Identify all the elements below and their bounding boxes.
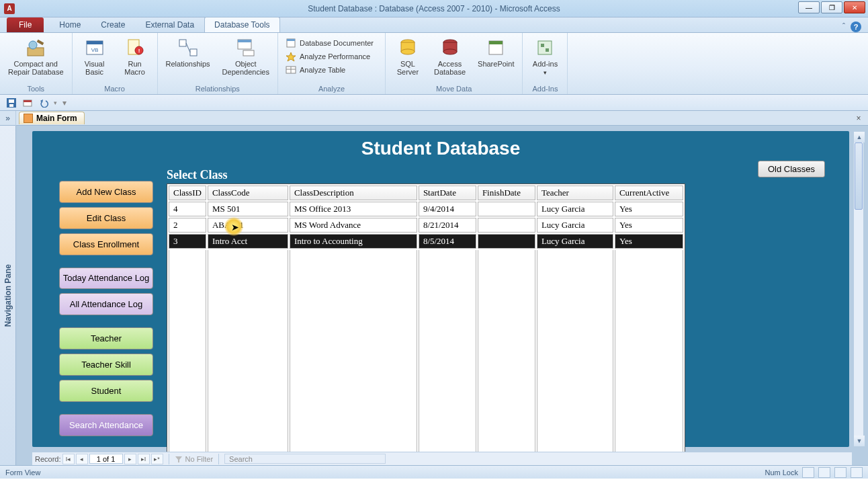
- main-form: Student Database Select Class Old Classe…: [32, 131, 849, 447]
- addins-button[interactable]: Add-ins▾: [528, 36, 562, 78]
- tab-database-tools[interactable]: Database Tools: [204, 17, 280, 32]
- record-position-input[interactable]: [89, 454, 123, 464]
- form-icon: [24, 114, 33, 123]
- old-classes-button[interactable]: Old Classes: [758, 161, 825, 177]
- sharepoint-button[interactable]: SharePoint: [475, 36, 517, 69]
- tab-external-data[interactable]: External Data: [135, 17, 204, 32]
- svg-rect-9: [179, 40, 186, 46]
- filter-indicator[interactable]: No Filter: [175, 455, 214, 463]
- form-title: Student Database: [32, 131, 849, 159]
- object-dependencies-icon: [235, 37, 257, 58]
- table-empty-area: [169, 250, 683, 465]
- quick-access-toolbar: ▾ ▾: [0, 95, 868, 111]
- svg-rect-16: [287, 39, 295, 41]
- ribbon-tabs: File Home Create External Data Database …: [0, 17, 868, 33]
- scroll-down-icon[interactable]: ▼: [854, 436, 865, 446]
- record-search-input[interactable]: Search: [224, 454, 386, 464]
- save-icon[interactable]: [5, 97, 17, 109]
- group-move-data: SQL Server Access Database SharePoint Mo…: [386, 33, 523, 94]
- window-title: Student Database : Database (Access 2007…: [0, 4, 868, 13]
- database-documenter-button[interactable]: Database Documenter: [284, 37, 376, 49]
- svg-point-23: [401, 49, 415, 54]
- group-relationships: Relationships Object Dependencies Relati…: [158, 33, 278, 94]
- group-tools-label: Tools: [27, 85, 44, 93]
- edit-class-button[interactable]: Edit Class: [59, 207, 153, 229]
- table-row[interactable]: 3Intro AcctIntro to Accounting8/5/2014Lu…: [169, 234, 683, 249]
- table-row[interactable]: 4MS 501MS Office 20139/4/2014Lucy Garcia…: [169, 202, 683, 216]
- form-view-button[interactable]: [802, 467, 814, 478]
- minimize-button[interactable]: —: [798, 1, 820, 13]
- group-tools: Compact and Repair Database Tools: [0, 33, 73, 94]
- analyze-table-button[interactable]: Analyze Table: [284, 64, 376, 76]
- document-tab-bar: » Main Form ×: [0, 111, 868, 126]
- maximize-button[interactable]: ❐: [821, 1, 842, 13]
- close-button[interactable]: ✕: [844, 1, 865, 13]
- sql-server-button[interactable]: SQL Server: [391, 36, 425, 77]
- column-header[interactable]: ClassID: [169, 186, 206, 200]
- vertical-scrollbar[interactable]: ▲ ▼: [853, 131, 864, 447]
- analyze-performance-button[interactable]: Analyze Performance: [284, 50, 376, 63]
- doc-tab-main-form[interactable]: Main Form: [19, 112, 85, 124]
- tab-create[interactable]: Create: [91, 17, 135, 32]
- access-db-icon: [439, 37, 461, 58]
- datasheet-view-button[interactable]: [818, 467, 830, 478]
- nav-last-icon[interactable]: ▸I: [138, 454, 150, 464]
- teacher-skill-button[interactable]: Teacher Skill: [59, 354, 153, 376]
- visual-basic-button[interactable]: VB Visual Basic: [78, 36, 112, 77]
- nav-first-icon[interactable]: I◂: [62, 454, 75, 464]
- teacher-button[interactable]: Teacher: [59, 327, 153, 350]
- svg-rect-13: [238, 40, 251, 42]
- design-view-button[interactable]: [851, 467, 863, 478]
- analyze-table-icon: [286, 65, 296, 75]
- relationships-button[interactable]: Relationships: [163, 36, 213, 69]
- all-attendance-button[interactable]: All Attendance Log: [59, 293, 153, 315]
- addins-icon: [534, 37, 556, 58]
- column-header[interactable]: ClassDescription: [290, 186, 417, 200]
- layout-view-button[interactable]: [834, 467, 847, 478]
- table-row[interactable]: 2ABA201MS Word Advance8/21/2014Lucy Garc…: [169, 218, 683, 233]
- nav-new-icon[interactable]: ▸*: [151, 454, 163, 464]
- object-icon[interactable]: [21, 97, 34, 109]
- search-attendance-button[interactable]: Search Attendance: [59, 414, 153, 436]
- tab-home[interactable]: Home: [49, 17, 91, 32]
- svg-line-11: [186, 43, 190, 52]
- svg-rect-14: [243, 50, 254, 56]
- scroll-thumb[interactable]: [855, 142, 863, 210]
- column-header[interactable]: Teacher: [537, 186, 613, 200]
- nav-prev-icon[interactable]: ◂: [76, 454, 88, 464]
- svg-marker-38: [175, 456, 182, 462]
- add-new-class-button[interactable]: Add New Class: [59, 181, 153, 203]
- navigation-pane-collapsed[interactable]: Navigation Pane: [0, 126, 16, 465]
- file-tab[interactable]: File: [7, 17, 44, 32]
- side-button-panel: Add New Class Edit Class Class Enrollmen…: [59, 181, 153, 436]
- access-database-button[interactable]: Access Database: [431, 36, 468, 77]
- help-icon[interactable]: ?: [851, 22, 861, 32]
- documenter-icon: [286, 38, 296, 48]
- ribbon-collapse-icon[interactable]: ˆ: [842, 22, 845, 32]
- run-macro-button[interactable]: ! Run Macro: [118, 36, 152, 77]
- class-enrollment-button[interactable]: Class Enrollment: [59, 233, 153, 255]
- nav-pane-toggle[interactable]: »: [0, 111, 16, 126]
- today-attendance-button[interactable]: Today Attendance Log: [59, 268, 153, 289]
- svg-rect-10: [190, 49, 197, 56]
- svg-text:VB: VB: [91, 47, 98, 53]
- column-header[interactable]: CurrentActive: [615, 186, 683, 200]
- svg-rect-4: [87, 41, 103, 44]
- doc-close-icon[interactable]: ×: [853, 113, 864, 124]
- svg-rect-34: [9, 104, 13, 107]
- svg-rect-2: [37, 40, 44, 45]
- form-area: Student Database Select Class Old Classe…: [16, 126, 868, 465]
- group-macro: VB Visual Basic ! Run Macro Macro: [73, 33, 158, 94]
- student-button[interactable]: Student: [59, 380, 153, 402]
- scroll-up-icon[interactable]: ▲: [854, 132, 865, 142]
- title-bar: A Student Database : Database (Access 20…: [0, 0, 868, 17]
- column-header[interactable]: ClassCode: [208, 186, 288, 200]
- nav-next-icon[interactable]: ▸: [124, 454, 136, 464]
- object-dependencies-button[interactable]: Object Dependencies: [220, 36, 272, 77]
- compact-repair-button[interactable]: Compact and Repair Database: [5, 36, 67, 77]
- column-header[interactable]: StartDate: [419, 186, 476, 200]
- column-header[interactable]: FinishDate: [478, 186, 535, 200]
- class-table[interactable]: ClassIDClassCodeClassDescriptionStartDat…: [167, 183, 685, 465]
- undo-icon[interactable]: [38, 97, 50, 109]
- visual-basic-icon: VB: [84, 37, 105, 58]
